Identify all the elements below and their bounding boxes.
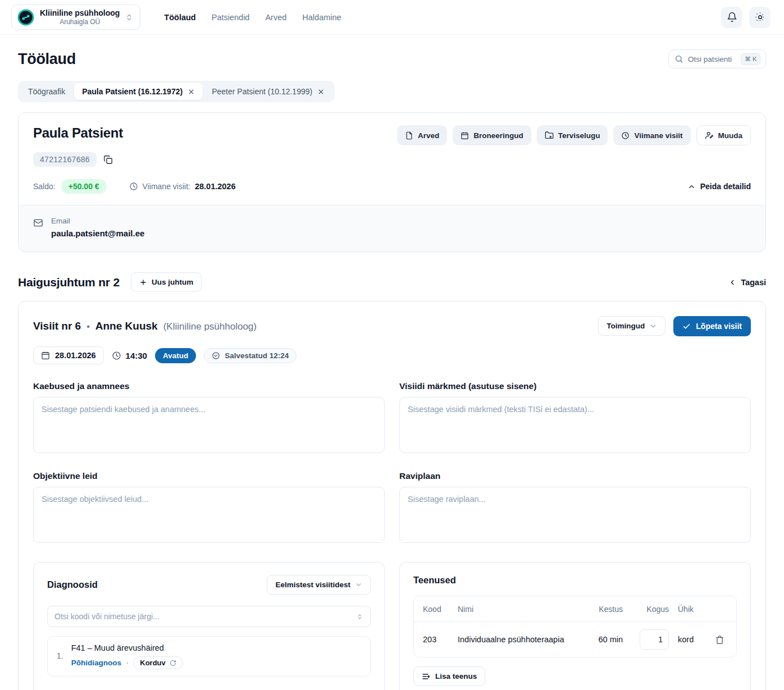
diagnosis-search-input[interactable]	[54, 612, 356, 621]
visit-card: Visiit nr 6 • Anne Kuusk (Kliiniline psü…	[18, 301, 766, 690]
diagnosis-item: 1. F41 – Muud ärevushäired Põhidiagnoos …	[47, 636, 371, 677]
patient-details-panel: Email paula.patsient@mail.ee	[19, 205, 765, 252]
field-markmed: Visiidi märkmed (asutuse sisene)	[399, 381, 751, 455]
visit-date: 28.01.2026	[55, 351, 96, 360]
case-header: Haigusjuhtum nr 2 Uus juhtum Tagasi	[18, 272, 766, 292]
button-label: Eelmistest visiitidest	[275, 581, 350, 589]
refresh-icon	[170, 660, 176, 666]
org-subtitle: Aruhaigla OÜ	[40, 18, 120, 26]
user-edit-icon	[705, 131, 714, 140]
patient-search[interactable]: ⌘ K	[668, 49, 766, 68]
button-label: Viimane visiit	[634, 131, 682, 140]
diagnoses-title: Diagnoosid	[47, 579, 98, 590]
search-icon	[674, 54, 683, 63]
patient-id-badge: 47212167686	[33, 152, 97, 167]
saldo-label: Saldo:	[33, 182, 56, 191]
page-title: Töölaud	[18, 51, 76, 68]
muuda-button[interactable]: Muuda	[696, 125, 751, 145]
tab-label: Töögraafik	[28, 87, 65, 96]
keyboard-shortcut-badge: ⌘ K	[741, 53, 760, 65]
button-label: Lõpeta visiit	[696, 322, 742, 331]
services-card: Teenused Kood Nimi Kestus Kogus Ühik 203	[399, 562, 751, 690]
diagnoses-card: Diagnoosid Eelmistest visiitidest	[33, 562, 385, 690]
org-name: Kliiniline psühholoog	[40, 8, 120, 18]
copy-icon	[103, 155, 113, 164]
visit-separator: •	[86, 322, 90, 332]
visit-status-badge: Avatud	[155, 348, 196, 363]
case-title: Haigusjuhtum nr 2	[18, 276, 120, 289]
field-raviplaan: Raviplaan	[399, 471, 751, 545]
main-nav: Töölaud Patsiendid Arved Haldamine	[164, 13, 341, 22]
diagnosis-type-link[interactable]: Põhidiagnoos	[71, 659, 121, 667]
nav-item-haldamine[interactable]: Haldamine	[302, 13, 341, 22]
close-icon[interactable]	[317, 88, 325, 95]
button-label: Terviselugu	[558, 131, 600, 140]
hide-details-button[interactable]: Peida detailid	[687, 182, 751, 191]
col-kogus: Kogus	[632, 605, 669, 614]
add-service-button[interactable]: Lisa teenus	[413, 666, 485, 686]
service-unit: kord	[678, 635, 706, 644]
raviplaan-textarea[interactable]	[399, 487, 751, 543]
app-header: Kliiniline psühholoog Aruhaigla OÜ Tööla…	[0, 0, 784, 35]
copy-button[interactable]	[102, 154, 114, 166]
field-label: Objektiivne leid	[33, 471, 385, 481]
chevrons-up-down-icon	[356, 613, 363, 620]
nav-item-arved[interactable]: Arved	[265, 13, 286, 22]
broneeringud-button[interactable]: Broneeringud	[453, 125, 531, 145]
patient-search-input[interactable]	[688, 55, 736, 63]
markmed-textarea[interactable]	[399, 397, 751, 453]
tab-toograafik[interactable]: Töögraafik	[20, 83, 73, 100]
theme-toggle-button[interactable]	[749, 7, 771, 28]
app-logo-icon	[17, 9, 34, 26]
toimingud-button[interactable]: Toimingud	[598, 316, 666, 336]
button-label: Tagasi	[741, 278, 766, 287]
button-label: Uus juhtum	[152, 278, 193, 286]
diagnosis-search[interactable]	[47, 606, 371, 627]
terviselugu-button[interactable]: Terviselugu	[537, 125, 608, 145]
button-label: Arved	[418, 131, 439, 140]
services-title: Teenused	[413, 575, 737, 586]
chevron-left-icon	[728, 278, 736, 286]
list-plus-icon	[422, 672, 431, 681]
org-selector[interactable]: Kliiniline psühholoog Aruhaigla OÜ	[11, 4, 140, 30]
nav-item-patsiendid[interactable]: Patsiendid	[212, 13, 250, 22]
previous-visits-button[interactable]: Eelmistest visiitidest	[267, 575, 371, 595]
field-label: Visiidi märkmed (asutuse sisene)	[399, 381, 751, 391]
clock-icon	[621, 131, 630, 140]
patient-name: Paula Patsient	[33, 125, 123, 141]
new-case-button[interactable]: Uus juhtum	[131, 272, 202, 292]
saved-status-label: Salvestatud 12:24	[225, 351, 289, 360]
field-label: Kaebused ja anamnees	[33, 381, 385, 391]
sun-icon	[755, 12, 765, 22]
col-uhik: Ühik	[678, 605, 706, 614]
diagnosis-name: F41 – Muud ärevushäired	[71, 643, 183, 652]
delete-service-button[interactable]	[715, 635, 727, 645]
back-button[interactable]: Tagasi	[728, 278, 766, 287]
last-visit-value: 28.01.2026	[195, 182, 236, 191]
calendar-icon	[41, 351, 50, 360]
col-kestus: Kestus	[579, 605, 623, 614]
objektiivne-leid-textarea[interactable]	[33, 487, 385, 543]
close-icon[interactable]	[188, 88, 195, 95]
visit-time-chip: 14:30	[112, 351, 147, 360]
tab-bar: Töögraafik Paula Patsient (16.12.1972) P…	[18, 81, 335, 102]
finish-visit-button[interactable]: Lõpeta visiit	[673, 316, 751, 336]
kaebused-textarea[interactable]	[33, 397, 385, 453]
envelope-icon	[33, 218, 43, 238]
chevron-down-icon	[355, 581, 362, 588]
button-label: Muuda	[718, 131, 743, 140]
nav-item-toolaud[interactable]: Töölaud	[164, 13, 195, 22]
notifications-button[interactable]	[721, 7, 742, 28]
tab-peeter-patsient[interactable]: Peeter Patsient (10.12.1999)	[204, 83, 332, 100]
clock-icon	[112, 351, 121, 360]
chevron-down-icon	[649, 322, 657, 330]
korduv-badge[interactable]: Korduv	[133, 656, 183, 669]
button-label: Toimingud	[607, 322, 645, 330]
tab-paula-patsient[interactable]: Paula Patsient (16.12.1972)	[74, 83, 203, 100]
arved-button[interactable]: Arved	[397, 125, 447, 145]
viimane-visiit-button[interactable]: Viimane visiit	[613, 125, 690, 145]
visit-date-chip[interactable]: 28.01.2026	[33, 346, 104, 364]
quantity-input[interactable]	[640, 629, 669, 650]
saldo-badge: +50.00 €	[61, 179, 107, 194]
services-table: Kood Nimi Kestus Kogus Ühik 203 Individu…	[413, 596, 737, 657]
